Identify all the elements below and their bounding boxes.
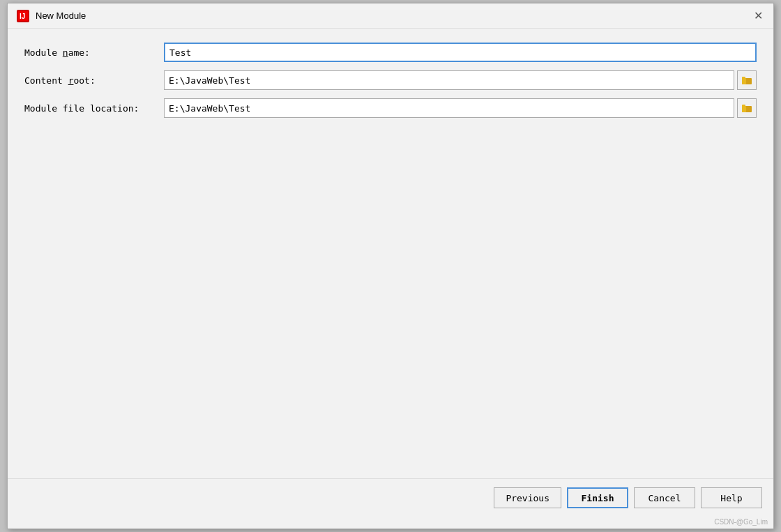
content-root-input-wrapper — [164, 70, 757, 90]
module-name-input[interactable] — [164, 43, 757, 62]
module-file-location-folder-button[interactable] — [737, 98, 757, 118]
previous-button[interactable]: Previous — [494, 487, 561, 508]
title-bar-left: IJ New Module — [16, 9, 86, 23]
svg-rect-7 — [742, 106, 746, 112]
module-file-location-input-wrapper — [164, 98, 757, 118]
dialog-title: New Module — [36, 10, 86, 21]
watermark: CSDN-@Go_Lim — [8, 517, 773, 529]
content-root-input[interactable] — [164, 70, 734, 90]
dialog-body: Module name: Content root: — [8, 29, 773, 478]
cancel-button[interactable]: Cancel — [634, 487, 695, 508]
content-root-row: Content root: — [24, 70, 757, 90]
content-root-folder-button[interactable] — [737, 70, 757, 90]
module-name-row: Module name: — [24, 43, 757, 62]
svg-rect-4 — [742, 78, 746, 84]
module-file-location-input[interactable] — [164, 98, 734, 118]
dialog-footer: Previous Finish Cancel Help — [8, 478, 773, 517]
module-name-input-wrapper — [164, 43, 757, 62]
title-bar: IJ New Module ✕ — [8, 3, 773, 29]
svg-text:IJ: IJ — [20, 13, 25, 20]
help-button[interactable]: Help — [701, 487, 762, 508]
module-file-location-label: Module file location: — [24, 103, 164, 114]
module-file-location-row: Module file location: — [24, 98, 757, 118]
finish-button[interactable]: Finish — [567, 487, 628, 508]
content-root-label: Content root: — [24, 75, 164, 86]
close-button[interactable]: ✕ — [751, 9, 765, 23]
app-icon: IJ — [16, 9, 30, 23]
svg-rect-8 — [742, 105, 745, 107]
new-module-dialog: IJ New Module ✕ Module name: Content roo… — [7, 3, 774, 529]
svg-rect-5 — [742, 77, 745, 79]
module-name-label: Module name: — [24, 47, 164, 58]
